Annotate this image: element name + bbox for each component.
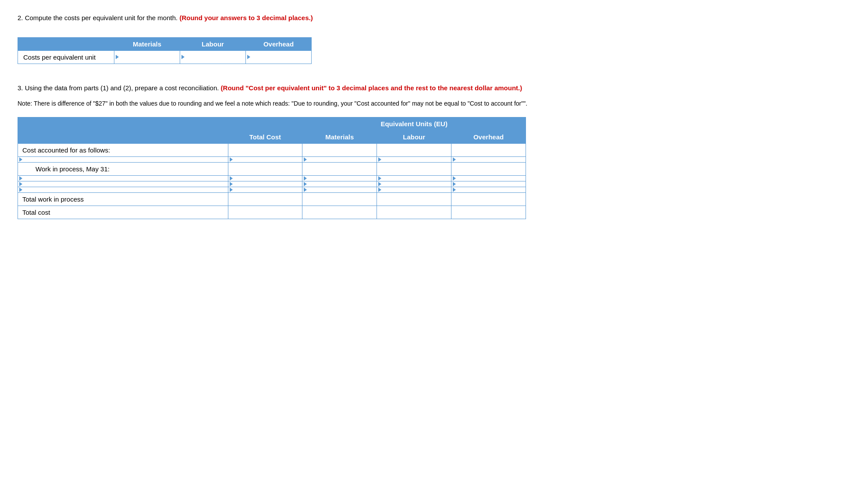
table-row bbox=[18, 156, 526, 162]
row6-lab[interactable] bbox=[377, 187, 451, 192]
part2-question-text: 2. Compute the costs per equivalent unit… bbox=[18, 14, 178, 21]
triangle-icon-row6 bbox=[19, 188, 22, 192]
part2-col-empty bbox=[18, 37, 114, 50]
row4-oh[interactable] bbox=[451, 175, 526, 181]
part2-labour-input[interactable] bbox=[180, 50, 246, 64]
triangle-icon-row4-m bbox=[304, 176, 307, 181]
row5-total[interactable] bbox=[228, 181, 302, 187]
part3-header-top: Equivalent Units (EU) bbox=[18, 117, 526, 130]
row8-mat bbox=[302, 206, 377, 219]
row4-total[interactable] bbox=[228, 175, 302, 181]
triangle-icon-3 bbox=[247, 55, 250, 59]
part3-section: 3. Using the data from parts (1) and (2)… bbox=[18, 83, 824, 219]
table-row: Total cost bbox=[18, 206, 526, 219]
triangle-icon-1 bbox=[116, 55, 119, 59]
part3-sub-materials: Materials bbox=[302, 130, 377, 143]
part3-sub-overhead: Overhead bbox=[451, 130, 526, 143]
row7-total bbox=[228, 192, 302, 206]
row5-mat[interactable] bbox=[302, 181, 377, 187]
triangle-icon-row4-l bbox=[378, 176, 381, 181]
triangle-icon-row5-l bbox=[378, 182, 381, 186]
part3-sub-labour: Labour bbox=[377, 130, 451, 143]
part3-table: Equivalent Units (EU) Total Cost Materia… bbox=[18, 117, 526, 219]
part2-col-overhead: Overhead bbox=[246, 37, 312, 50]
row5-oh[interactable] bbox=[451, 181, 526, 187]
part2-table-wrapper: Materials Labour Overhead Costs per equi… bbox=[18, 37, 312, 64]
row7-mat bbox=[302, 192, 377, 206]
triangle-icon-row5-o bbox=[453, 182, 456, 186]
row4-mat[interactable] bbox=[302, 175, 377, 181]
row7-label: Total work in process bbox=[18, 192, 228, 206]
row2-total[interactable] bbox=[228, 156, 302, 162]
part3-top-empty bbox=[18, 117, 228, 130]
triangle-icon-row6-m bbox=[304, 188, 307, 192]
row1-label: Cost accounted for as follows: bbox=[18, 143, 228, 156]
row6-label[interactable] bbox=[18, 187, 228, 192]
triangle-icon-row6-t bbox=[230, 188, 233, 192]
triangle-icon-row5-t bbox=[230, 182, 233, 186]
part2-materials-input[interactable] bbox=[114, 50, 180, 64]
table-row: Work in process, May 31: bbox=[18, 162, 526, 175]
row7-lab bbox=[377, 192, 451, 206]
row3-oh bbox=[451, 162, 526, 175]
triangle-icon-row4 bbox=[19, 176, 22, 181]
row2-lab[interactable] bbox=[377, 156, 451, 162]
triangle-icon-row5 bbox=[19, 182, 22, 186]
part3-sub-total: Total Cost bbox=[228, 130, 302, 143]
row1-total bbox=[228, 143, 302, 156]
row8-oh bbox=[451, 206, 526, 219]
part2-header-row: Materials Labour Overhead bbox=[18, 37, 312, 50]
row4-label[interactable] bbox=[18, 175, 228, 181]
row6-oh[interactable] bbox=[451, 187, 526, 192]
table-row bbox=[18, 181, 526, 187]
row5-label[interactable] bbox=[18, 181, 228, 187]
triangle-icon-row2-o bbox=[453, 157, 456, 162]
row8-lab bbox=[377, 206, 451, 219]
table-row bbox=[18, 187, 526, 192]
table-row: Total work in process bbox=[18, 192, 526, 206]
part3-eu-header: Equivalent Units (EU) bbox=[302, 117, 526, 130]
part3-question-text: 3. Using the data from parts (1) and (2)… bbox=[18, 84, 219, 92]
row5-lab[interactable] bbox=[377, 181, 451, 187]
row2-mat[interactable] bbox=[302, 156, 377, 162]
triangle-icon-2 bbox=[181, 55, 185, 59]
triangle-icon-row4-o bbox=[453, 176, 456, 181]
triangle-icon-row2 bbox=[19, 157, 22, 162]
row1-oh bbox=[451, 143, 526, 156]
part2-data-row: Costs per equivalent unit bbox=[18, 50, 312, 64]
row4-lab[interactable] bbox=[377, 175, 451, 181]
row3-label: Work in process, May 31: bbox=[18, 162, 228, 175]
triangle-icon-row2-l bbox=[378, 157, 381, 162]
part2-section: 2. Compute the costs per equivalent unit… bbox=[18, 13, 824, 65]
part3-sub-empty bbox=[18, 130, 228, 143]
table-row bbox=[18, 175, 526, 181]
triangle-icon-row6-o bbox=[453, 188, 456, 192]
part3-top-total-empty bbox=[228, 117, 302, 130]
row8-total bbox=[228, 206, 302, 219]
part2-instruction: (Round your answers to 3 decimal places.… bbox=[179, 14, 313, 21]
triangle-icon-row5-m bbox=[304, 182, 307, 186]
row2-label[interactable] bbox=[18, 156, 228, 162]
triangle-icon-row2-t bbox=[230, 157, 233, 162]
part2-overhead-input[interactable] bbox=[246, 50, 312, 64]
row8-label: Total cost bbox=[18, 206, 228, 219]
triangle-icon-row2-m bbox=[304, 157, 307, 162]
part3-instruction: (Round "Cost per equivalent unit" to 3 d… bbox=[221, 84, 522, 92]
row6-total[interactable] bbox=[228, 187, 302, 192]
triangle-icon-row4-t bbox=[230, 176, 233, 181]
row6-mat[interactable] bbox=[302, 187, 377, 192]
row3-mat bbox=[302, 162, 377, 175]
row3-lab bbox=[377, 162, 451, 175]
part2-col-materials: Materials bbox=[114, 37, 180, 50]
part2-header: 2. Compute the costs per equivalent unit… bbox=[18, 13, 824, 23]
part2-row-label: Costs per equivalent unit bbox=[18, 50, 114, 64]
row1-lab bbox=[377, 143, 451, 156]
part2-col-labour: Labour bbox=[180, 37, 246, 50]
triangle-icon-row6-l bbox=[378, 188, 381, 192]
part2-table: Materials Labour Overhead Costs per equi… bbox=[18, 37, 312, 64]
row7-oh bbox=[451, 192, 526, 206]
row2-oh[interactable] bbox=[451, 156, 526, 162]
row1-mat bbox=[302, 143, 377, 156]
part3-note: Note: There is difference of "$27" in bo… bbox=[18, 99, 824, 108]
table-row: Cost accounted for as follows: bbox=[18, 143, 526, 156]
